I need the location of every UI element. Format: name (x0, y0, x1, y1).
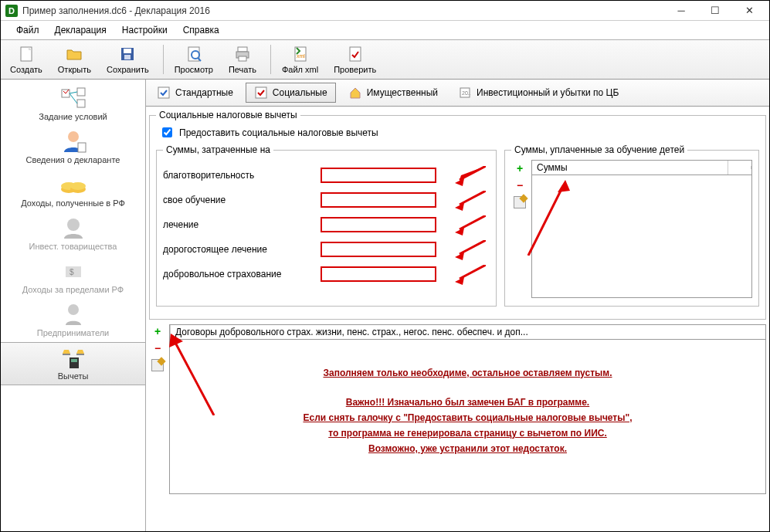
sidebar-conditions[interactable]: Задание условий (1, 83, 145, 126)
sidebar-deductions[interactable]: Вычеты (1, 342, 145, 385)
toolbar-preview[interactable]: Просмотр (168, 43, 219, 76)
toolbar-check[interactable]: Проверить (327, 43, 382, 76)
contracts-edit-button[interactable] (151, 358, 165, 372)
sidebar-entrepreneurs[interactable]: Предприниматели (1, 299, 145, 342)
svg-rect-20 (78, 143, 86, 152)
sidebar: Задание условий Сведения о декларанте До… (1, 80, 146, 532)
sidebar-invest[interactable]: Инвест. товарищества (1, 212, 145, 256)
toolbar-xml[interactable]: xml Файл xml (276, 43, 324, 76)
annotation-line4: то программа не генерировала страницу с … (185, 428, 750, 439)
toolbar-print[interactable]: Печать (222, 43, 263, 76)
svg-rect-16 (77, 88, 85, 96)
tab-social[interactable]: Социальные (246, 83, 336, 103)
treatment-label: лечение (163, 219, 310, 230)
main-panel: Стандартные Социальные Имущественный 20.… (146, 80, 769, 532)
xml-file-icon: xml (291, 45, 310, 63)
annotation-line1: Заполняем только необходиме, остальное о… (185, 368, 750, 378)
tab-standard[interactable]: Стандартные (149, 83, 241, 102)
toolbar-open[interactable]: Открыть (52, 43, 97, 76)
svg-rect-13 (350, 47, 361, 61)
sidebar-declarant[interactable]: Сведения о декларанте (1, 126, 145, 169)
children-add-button[interactable]: + (513, 161, 527, 175)
toolbar-save[interactable]: Сохранить (100, 43, 155, 76)
svg-marker-37 (455, 178, 464, 186)
menu-settings[interactable]: Настройки (114, 23, 175, 37)
standard-tab-icon (157, 86, 171, 100)
menu-file[interactable]: Файл (8, 23, 47, 37)
insurance-input[interactable] (321, 266, 436, 282)
minimize-button[interactable]: ─ (664, 1, 698, 21)
insurance-label: добровольное страхование (163, 269, 310, 280)
treatment-input[interactable] (321, 217, 436, 232)
svg-rect-4 (124, 55, 131, 59)
tab-property[interactable]: Имущественный (341, 83, 446, 102)
deductions-icon (58, 345, 89, 370)
arrow-icon (455, 166, 486, 186)
print-icon (233, 45, 252, 63)
expensive-treatment-input[interactable] (321, 242, 436, 257)
svg-rect-30 (76, 354, 84, 355)
contracts-list[interactable]: Заполняем только необходиме, остальное о… (169, 340, 766, 494)
close-button[interactable]: ✕ (732, 1, 766, 21)
svg-rect-10 (239, 56, 246, 61)
social-deductions-group: Социальные налоговые вычеты Предоставить… (149, 110, 766, 320)
svg-rect-29 (63, 354, 70, 355)
svg-point-24 (70, 182, 86, 190)
social-tab-icon (254, 86, 268, 100)
content: Социальные налоговые вычеты Предоставить… (146, 107, 769, 497)
sidebar-income-abroad[interactable]: $ Доходы за пределами РФ (1, 256, 145, 299)
sums-spent-legend: Суммы, затраченные на (163, 144, 273, 155)
new-file-icon (17, 45, 36, 63)
expensive-treatment-label: дорогостоящее лечение (163, 244, 310, 255)
contracts-header-text: Договоры добровольного страх. жизни, пен… (170, 325, 765, 339)
svg-marker-39 (455, 228, 464, 236)
investment-tab-icon: 20.. (458, 86, 472, 100)
contracts-add-button[interactable]: + (151, 324, 165, 338)
charity-input[interactable] (321, 168, 436, 183)
own-education-label: свое обучение (163, 195, 310, 205)
svg-marker-40 (455, 252, 464, 260)
social-legend: Социальные налоговые вычеты (156, 110, 300, 120)
svg-text:xml: xml (297, 53, 305, 59)
open-folder-icon (65, 45, 83, 63)
check-icon (346, 45, 365, 63)
conditions-icon (58, 86, 89, 110)
contracts-remove-button[interactable]: − (151, 341, 165, 355)
children-column-sums: Суммы (532, 161, 728, 175)
titlebar: D Пример заполнения.dc6 - Декларация 201… (1, 1, 769, 21)
children-list-header: Суммы (531, 160, 752, 175)
charity-label: благотворительность (163, 170, 310, 181)
provide-social-checkbox[interactable] (162, 127, 172, 137)
entrepreneurs-icon (58, 302, 89, 327)
svg-marker-38 (455, 203, 464, 211)
work-area: Задание условий Сведения о декларанте До… (1, 80, 769, 532)
arrow-icon (521, 178, 590, 256)
svg-rect-33 (158, 87, 169, 98)
sidebar-income-rf[interactable]: Доходы, полученные в РФ (1, 169, 145, 212)
svg-marker-41 (455, 277, 464, 285)
app-icon: D (5, 5, 18, 17)
annotation-line5: Возможно, уже устранили этот недостаток. (185, 443, 750, 454)
maximize-button[interactable]: ☐ (698, 1, 732, 21)
annotation-line2: Важно!!! Изначально был замечен БАГ в пр… (185, 397, 750, 408)
invest-icon (58, 215, 89, 240)
arrow-icon (168, 330, 245, 415)
toolbar: Создать Открыть Сохранить Просмотр Печат… (1, 40, 769, 80)
svg-point-25 (67, 219, 80, 231)
menu-help[interactable]: Справка (175, 23, 227, 37)
svg-rect-32 (71, 359, 77, 362)
edit-icon (151, 359, 164, 371)
window-title: Пример заполнения.dc6 - Декларация 2016 (22, 5, 210, 16)
declarant-icon (58, 129, 89, 154)
children-education-group: Суммы, уплаченные за обучение детей + − … (504, 144, 759, 307)
svg-rect-34 (256, 87, 266, 98)
own-education-input[interactable] (321, 192, 436, 208)
toolbar-create[interactable]: Создать (4, 43, 49, 76)
tab-investment[interactable]: 20.. Инвестиционный и убытки по ЦБ (450, 83, 626, 102)
svg-text:20..: 20.. (462, 90, 471, 96)
save-icon (118, 45, 137, 63)
svg-point-19 (68, 131, 79, 142)
svg-line-18 (70, 93, 77, 103)
svg-point-28 (68, 304, 79, 315)
menu-declaration[interactable]: Декларация (47, 23, 114, 37)
